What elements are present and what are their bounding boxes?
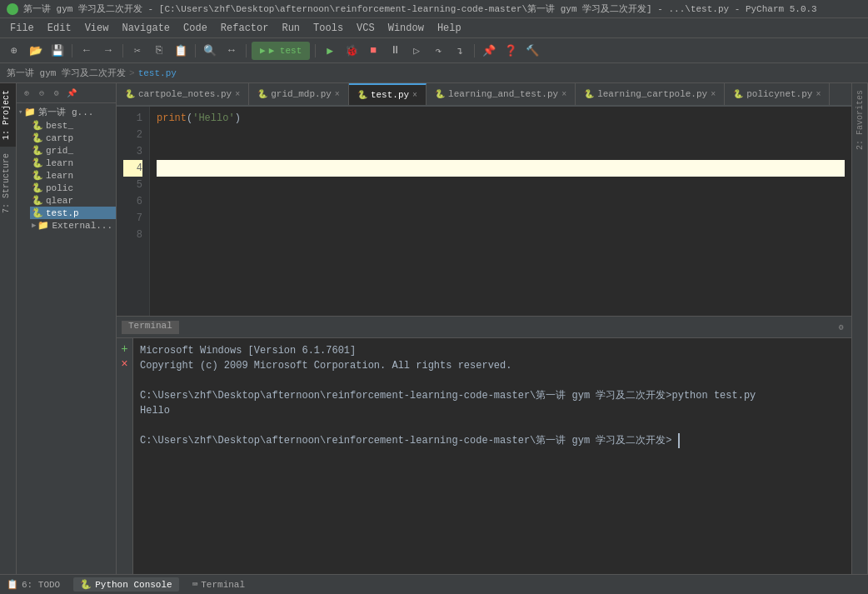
tab-policynet[interactable]: 🐍 policynet.py × (725, 83, 830, 105)
menu-vcs[interactable]: VCS (350, 21, 382, 36)
tab-label-1: cartpole_notes.py (138, 89, 232, 99)
menu-file[interactable]: File (3, 21, 41, 36)
tab-close-1[interactable]: × (235, 90, 240, 99)
tab-cartpole-notes[interactable]: 🐍 cartpole_notes.py × (117, 83, 249, 105)
toolbar-sep-2 (122, 44, 123, 57)
toolbar-stop-btn[interactable]: ■ (364, 42, 382, 60)
toolbar-replace-btn[interactable]: ↔ (222, 42, 241, 60)
tab-close-4[interactable]: × (561, 90, 566, 99)
tree-item-external[interactable]: ▶ 📁 External... (30, 219, 116, 232)
run-config-btn[interactable]: ▶ ▶ test (252, 42, 310, 60)
keyword-print: print (157, 110, 187, 127)
toolbar-open-btn[interactable]: 📂 (27, 42, 45, 60)
menu-help[interactable]: Help (431, 21, 468, 36)
terminal-line-1: Microsoft Windows [Version 6.1.7601] (140, 343, 845, 358)
code-paren-open: ( (187, 110, 192, 127)
tree-item-best[interactable]: 🐍 best_ (30, 119, 116, 132)
menu-refactor[interactable]: Refactor (214, 21, 276, 36)
tab-close-3[interactable]: × (412, 91, 417, 100)
tree-arrow-root: ▾ (18, 107, 22, 117)
tab-learning-cartpole[interactable]: 🐍 learning_cartpole.py × (576, 83, 725, 105)
tab-close-2[interactable]: × (335, 90, 340, 99)
menu-window[interactable]: Window (382, 21, 431, 36)
terminal-tab[interactable]: ⌨ Terminal (192, 579, 245, 590)
toolbar-save-btn[interactable]: 💾 (48, 42, 67, 60)
code-line-3 (157, 143, 845, 160)
tree-tool-1[interactable]: ⊕ (20, 87, 33, 100)
tab-label-6: policynet.py (746, 89, 812, 99)
toolbar-pause-btn[interactable]: ⏸ (386, 42, 404, 60)
menu-edit[interactable]: Edit (41, 21, 78, 36)
menu-tools[interactable]: Tools (307, 21, 350, 36)
tree-tool-3[interactable]: ⚙ (50, 87, 63, 100)
py-icon-learn2: 🐍 (32, 170, 43, 181)
toolbar-help-btn[interactable]: ❓ (501, 42, 520, 60)
toolbar-pin-btn[interactable]: 📌 (480, 42, 498, 60)
menu-code[interactable]: Code (177, 21, 214, 36)
todo-label: 6: TODO (22, 580, 60, 590)
toolbar-resume-btn[interactable]: ▷ (407, 42, 426, 60)
terminal-cursor (671, 433, 679, 448)
vertical-panel-tabs: 1: Project 7: Structure (0, 83, 17, 574)
title-bar: 第一讲 gym 学习及二次开发 - [C:\Users\zhf\Desktop\… (0, 0, 868, 18)
toolbar-paste-btn[interactable]: 📋 (172, 42, 190, 60)
tab-close-5[interactable]: × (711, 90, 716, 99)
toolbar-cut-btn[interactable]: ✂ (128, 42, 147, 60)
tab-py-icon-2: 🐍 (257, 89, 267, 99)
tab-py-icon-3: 🐍 (357, 90, 367, 100)
toolbar-debug-btn[interactable]: 🐞 (342, 42, 361, 60)
menu-run[interactable]: Run (275, 21, 307, 36)
toolbar-copy-btn[interactable]: ⎘ (150, 42, 168, 60)
tree-item-cartp[interactable]: 🐍 cartp (30, 132, 116, 144)
tree-tool-2[interactable]: ⊖ (35, 87, 48, 100)
panel-tab-project[interactable]: 1: Project (0, 83, 16, 147)
code-paren-close: ) (235, 110, 241, 127)
tree-item-best-label: best_ (46, 121, 73, 131)
menu-view[interactable]: View (78, 21, 116, 36)
tab-close-6[interactable]: × (816, 90, 821, 99)
tab-learning-and-test[interactable]: 🐍 learning_and_test.py × (427, 83, 576, 105)
toolbar-forward-btn[interactable]: → (99, 42, 117, 60)
toolbar-run-green-btn[interactable]: ▶ (321, 42, 339, 60)
toolbar-new-btn[interactable]: ⊕ (5, 42, 23, 60)
py-icon-learn1: 🐍 (32, 157, 43, 168)
breadcrumb-part1[interactable]: 第一讲 gym 学习及二次开发 (7, 67, 126, 79)
menu-navigate[interactable]: Navigate (115, 21, 177, 36)
tab-py-icon-1: 🐍 (125, 89, 135, 99)
line-num-4: 4 (123, 160, 142, 177)
tree-item-grid-label: grid_ (46, 146, 73, 156)
terminal-settings-btn[interactable]: ⚙ (835, 321, 848, 334)
tree-tool-4[interactable]: 📌 (65, 87, 78, 100)
tree-item-learn2[interactable]: 🐍 learn (30, 169, 116, 182)
todo-tab[interactable]: 📋 6: TODO (7, 579, 60, 590)
terminal-text-1: Microsoft Windows [Version 6.1.7601] (140, 343, 356, 358)
tree-item-qlear[interactable]: 🐍 qlear (30, 194, 116, 207)
code-content[interactable]: print('Hello') (150, 107, 851, 316)
tree-item-test[interactable]: 🐍 test.p (30, 207, 116, 219)
tree-root[interactable]: ▾ 📁 第一讲 g... (17, 105, 116, 119)
tree-item-grid[interactable]: 🐍 grid_ (30, 144, 116, 157)
toolbar-build-btn[interactable]: 🔨 (523, 42, 541, 60)
breadcrumb-part2[interactable]: test.py (138, 68, 177, 78)
code-line-4 (157, 160, 845, 177)
python-console-icon: 🐍 (80, 579, 92, 590)
tab-grid-mdp[interactable]: 🐍 grid_mdp.py × (249, 83, 349, 105)
toolbar-find-btn[interactable]: 🔍 (201, 42, 219, 60)
tab-test[interactable]: 🐍 test.py × (349, 83, 427, 105)
toolbar-back-btn[interactable]: ← (77, 42, 96, 60)
code-editor[interactable]: 1 2 3 4 5 6 7 8 print('Hello') (117, 107, 851, 316)
code-line-8 (157, 227, 845, 243)
python-console-tab[interactable]: 🐍 Python Console (73, 577, 178, 592)
terminal-close-btn[interactable]: × (119, 358, 131, 370)
tree-item-polic[interactable]: 🐍 polic (30, 182, 116, 194)
tree-item-qlear-label: qlear (46, 196, 73, 206)
toolbar-step-in-btn[interactable]: ↴ (451, 42, 469, 60)
favorites-tab[interactable]: 2: Favorites (854, 87, 866, 153)
terminal-output[interactable]: Microsoft Windows [Version 6.1.7601] Cop… (133, 338, 851, 574)
tree-item-learn1[interactable]: 🐍 learn (30, 157, 116, 169)
panel-tab-structure[interactable]: 7: Structure (0, 147, 16, 220)
tree-item-learn2-label: learn (46, 171, 73, 181)
py-icon-grid: 🐍 (32, 145, 43, 156)
terminal-add-btn[interactable]: + (119, 343, 131, 355)
toolbar-step-over-btn[interactable]: ↷ (429, 42, 447, 60)
